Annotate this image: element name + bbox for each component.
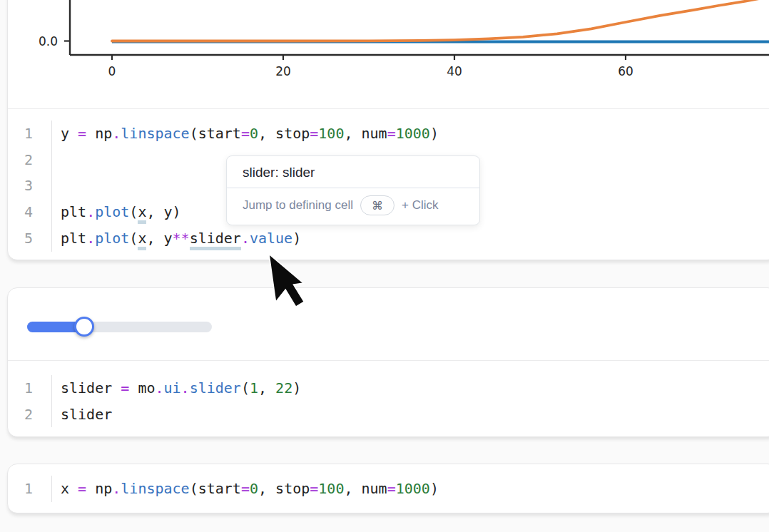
code-editor[interactable]: 1x = np.linspace(start=0, stop=100, num=… xyxy=(8,464,769,502)
code-token: ( xyxy=(241,379,250,397)
code-token: num xyxy=(362,480,387,497)
code-text: plt.plot(x, y) xyxy=(52,199,181,225)
y-tick-label: 0.0 xyxy=(39,34,58,48)
code-token: = xyxy=(241,125,250,142)
code-token: x xyxy=(61,480,78,497)
slider-widget[interactable] xyxy=(27,322,212,332)
code-token: slider xyxy=(61,379,121,397)
code-text xyxy=(52,147,61,173)
code-text: y = np.linspace(start=0, stop=100, num=1… xyxy=(52,121,439,147)
code-token: plot xyxy=(95,203,129,220)
x-tick-label: 40 xyxy=(447,64,462,78)
code-token: . xyxy=(112,480,121,497)
code-token: 1000 xyxy=(396,125,430,142)
code-token: 22 xyxy=(275,379,292,397)
code-token: . xyxy=(181,379,190,397)
highlighted-variable-token[interactable]: x xyxy=(138,203,146,224)
matplotlib-chart: 0.0 0 20 40 60 xyxy=(8,0,769,109)
code-lines: 1slider = mo.ui.slider(1, 22)2slider xyxy=(8,375,769,427)
line-number: 5 xyxy=(8,225,52,252)
line-number: 1 xyxy=(8,121,52,147)
code-token: y xyxy=(61,125,78,142)
code-token: ) xyxy=(430,125,439,142)
code-token: plt xyxy=(61,230,86,247)
code-line[interactable]: 1slider = mo.ui.slider(1, 22) xyxy=(8,375,769,401)
code-line[interactable]: 5plt.plot(x, y**slider.value) xyxy=(8,225,769,252)
code-line[interactable]: 2slider xyxy=(8,401,769,428)
code-token: ( xyxy=(190,480,198,497)
code-token: , xyxy=(344,125,361,142)
highlighted-variable-token[interactable]: x xyxy=(138,230,146,250)
code-token: ) xyxy=(292,379,301,397)
x-tick-label: 0 xyxy=(108,64,116,78)
code-token: , xyxy=(344,480,361,497)
code-token: 0 xyxy=(250,480,258,497)
code-text xyxy=(52,173,61,199)
x-tick-label: 20 xyxy=(275,64,291,78)
code-text: slider = mo.ui.slider(1, 22) xyxy=(52,375,301,401)
command-key-icon: ⌘ xyxy=(360,195,394,215)
code-token: , xyxy=(258,379,275,397)
code-token: , y) xyxy=(146,203,180,220)
code-token: = xyxy=(78,480,86,497)
code-token: np xyxy=(86,480,112,497)
code-token: ) xyxy=(292,230,301,247)
variable-hover-tooltip: slider: slider Jump to defining cell ⌘ +… xyxy=(226,155,480,225)
code-token: 100 xyxy=(318,480,344,497)
line-number: 2 xyxy=(8,147,52,173)
click-hint-label: + Click xyxy=(402,198,438,213)
line-number: 3 xyxy=(8,173,52,199)
code-token: , xyxy=(258,125,275,142)
x-tick-label: 60 xyxy=(618,64,633,78)
code-token: 0 xyxy=(250,125,258,142)
code-token: slider xyxy=(61,406,112,423)
code-token: . xyxy=(86,230,95,247)
code-token: ** xyxy=(173,230,190,247)
code-text: slider xyxy=(52,401,112,428)
code-token: value xyxy=(250,230,292,247)
code-token: num xyxy=(362,125,387,142)
code-lines: 1x = np.linspace(start=0, stop=100, num=… xyxy=(8,476,769,502)
code-token: plot xyxy=(95,230,129,247)
code-token: stop xyxy=(275,125,310,142)
line-number: 2 xyxy=(8,401,52,428)
line-number: 1 xyxy=(8,375,52,401)
jump-to-defining-cell-label: Jump to defining cell xyxy=(243,198,353,213)
code-token: ( xyxy=(190,125,198,142)
code-text: plt.plot(x, y**slider.value) xyxy=(52,225,301,252)
code-token: = xyxy=(241,480,250,497)
slider-handle[interactable] xyxy=(74,317,94,337)
code-token: 100 xyxy=(318,125,344,142)
code-token: linspace xyxy=(121,480,189,497)
code-token: = xyxy=(387,125,396,142)
code-token: plt xyxy=(61,203,86,220)
code-line[interactable]: 1x = np.linspace(start=0, stop=100, num=… xyxy=(8,476,769,502)
code-token: = xyxy=(121,379,129,397)
tooltip-title: slider: slider xyxy=(227,156,479,188)
code-token: = xyxy=(310,480,318,497)
line-number: 4 xyxy=(8,199,52,225)
code-token: slider xyxy=(190,379,241,397)
code-token: = xyxy=(78,125,86,142)
notebook-cell-slider: 1slider = mo.ui.slider(1, 22)2slider xyxy=(7,287,769,437)
code-token: . xyxy=(241,230,250,247)
line-number: 1 xyxy=(8,476,52,502)
code-token: 1 xyxy=(250,379,258,397)
highlighted-variable-token[interactable]: slider xyxy=(190,230,241,250)
code-token: mo xyxy=(129,379,155,397)
code-text: x = np.linspace(start=0, stop=100, num=1… xyxy=(52,476,439,502)
code-token: ( xyxy=(129,203,138,220)
code-token: , y xyxy=(146,230,172,247)
slider-output-area xyxy=(8,288,769,361)
code-editor[interactable]: 1slider = mo.ui.slider(1, 22)2slider xyxy=(8,361,769,427)
code-token: linspace xyxy=(121,125,189,142)
code-token: . xyxy=(155,379,163,397)
code-token: start xyxy=(198,480,241,497)
code-token: . xyxy=(86,203,95,220)
code-token: ( xyxy=(129,230,138,247)
code-line[interactable]: 1y = np.linspace(start=0, stop=100, num=… xyxy=(8,121,769,147)
code-token: . xyxy=(112,125,121,142)
notebook-cell-x: 1x = np.linspace(start=0, stop=100, num=… xyxy=(7,464,769,513)
code-token: , xyxy=(258,480,275,497)
code-token: np xyxy=(86,125,112,142)
